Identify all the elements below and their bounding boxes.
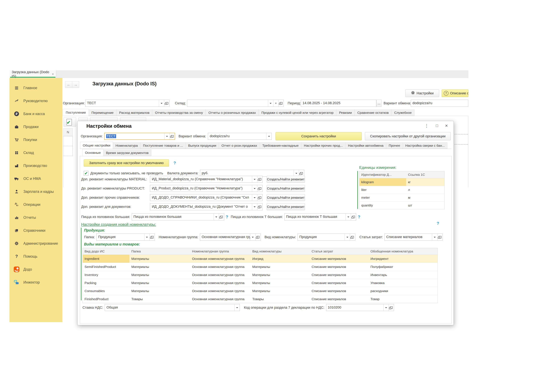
dropdown-icon[interactable]	[250, 234, 255, 240]
operation-code-field[interactable]: 1010200	[326, 304, 394, 311]
dialog-exchange-variant-field[interactable]: dodopizza/ru	[208, 133, 272, 140]
nomenclature-type-field[interactable]: Продукция	[298, 234, 355, 241]
dialog-tab-1[interactable]: Номенклатура	[113, 142, 140, 149]
material-row[interactable]: FinishedProductТоварыОсновная номенклату…	[83, 295, 437, 303]
dropdown-icon[interactable]	[144, 234, 149, 240]
document-tab-5[interactable]: Продажи с нулевой ценой или через агрега…	[259, 110, 336, 116]
forward-button[interactable]: →	[72, 81, 79, 88]
sidebar-item-manager[interactable]: Руководителю	[9, 94, 62, 107]
open-icon[interactable]	[169, 133, 175, 140]
period-picker-button[interactable]: ...	[376, 100, 381, 107]
dropdown-icon[interactable]	[159, 100, 164, 106]
vat-rate-value[interactable]: Общая	[105, 304, 235, 311]
create-find-attribute-button[interactable]: Создать/Найти реквизит	[267, 185, 305, 192]
dialog-exchange-variant-value[interactable]: dodopizza/ru	[208, 133, 266, 140]
material-row[interactable]: InventoryМатериалыОсновная номенклатурна…	[83, 271, 437, 279]
pizza-half-field[interactable]: Пицца из половинок большая	[132, 213, 224, 220]
attribute-field[interactable]: ИД_ДОДО_ДОКУМЕНТЫ_dodopizza_ru (Документ…	[150, 203, 263, 210]
material-row[interactable]: ConsumablesМатериалыОсновная номенклатур…	[83, 287, 437, 295]
sidebar-item-payroll-hr[interactable]: Зарплата и кадры	[9, 185, 62, 198]
help-link[interactable]: ?	[173, 161, 176, 166]
write-only-checkbox[interactable]: ✔	[84, 171, 89, 176]
open-icon[interactable]	[351, 214, 356, 220]
attribute-value[interactable]: ИД_ДОДО_ДОКУМЕНТЫ_dodopizza_ru (Документ…	[150, 203, 252, 210]
tab-close-icon[interactable]: ×	[52, 72, 54, 76]
dropdown-icon[interactable]	[432, 234, 437, 240]
clear-icon[interactable]: ×	[273, 100, 278, 106]
open-icon[interactable]	[437, 234, 443, 240]
dropdown-icon[interactable]	[252, 203, 257, 210]
open-icon[interactable]	[255, 234, 261, 240]
organization-value[interactable]: ТЕСТ	[85, 100, 159, 106]
fill-defaults-button[interactable]: Заполнить сразу все настройки по умолчан…	[84, 159, 169, 167]
material-row[interactable]: SemiFinishedProductМатериалыОсновная ном…	[83, 263, 437, 271]
document-tab-2[interactable]: Расход материалов	[117, 110, 152, 116]
open-icon[interactable]	[257, 176, 262, 182]
new-nomenclature-heading[interactable]: Настройки создания новой номенклатуры:	[81, 222, 156, 227]
period-field[interactable]: 14.08.2025 - 14.08.2025	[301, 100, 376, 107]
open-icon[interactable]	[149, 234, 155, 240]
create-find-attribute-button[interactable]: Создать/Найти реквизит	[267, 194, 305, 201]
dropdown-icon[interactable]	[346, 214, 351, 220]
warehouse-value[interactable]	[187, 100, 268, 106]
folder-field[interactable]: Продукция	[96, 234, 155, 241]
dialog-tab-5[interactable]: Требования-накладные	[260, 142, 301, 149]
organization-field[interactable]: ТЕСТ	[85, 100, 169, 107]
dialog-organization-value[interactable]: ТЕСТ	[106, 134, 116, 138]
post-document-button[interactable]: ✔	[63, 118, 76, 127]
attribute-field[interactable]: ИД_Material_dodopizza_ru (Справочник "Но…	[150, 176, 263, 183]
pizza-half-t-field[interactable]: Пицца из половинок Т большая	[284, 213, 356, 220]
dialog-tab-3[interactable]: Выпуск продукции	[186, 142, 219, 149]
description-button[interactable]: ? Описание об	[442, 90, 468, 97]
document-tab-7[interactable]: Сравнение остатков	[355, 110, 391, 116]
create-find-attribute-button[interactable]: Создать/Найти реквизит	[267, 203, 305, 210]
nomenclature-group-value[interactable]: Основная номенклатурная груп	[200, 234, 250, 240]
dialog-subtab-0[interactable]: Основные	[82, 149, 104, 156]
sidebar-item-production[interactable]: Производство	[9, 159, 62, 172]
unit-row[interactable]: meterм	[359, 194, 444, 202]
open-icon[interactable]	[257, 194, 262, 201]
sidebar-item-fixed-assets[interactable]: ОС и НМА	[9, 172, 62, 185]
dropdown-icon[interactable]	[383, 304, 389, 311]
attribute-value[interactable]: ИД_Material_dodopizza_ru (Справочник "Но…	[150, 176, 252, 182]
help-link[interactable]: ?	[358, 215, 360, 219]
period-value[interactable]: 14.08.2025 - 14.08.2025	[301, 100, 376, 106]
app-tab[interactable]: Загрузка данных (Dodo IS) ×	[9, 70, 56, 78]
dialog-menu-icon[interactable]: ⋮	[424, 123, 429, 128]
dropdown-icon[interactable]	[294, 170, 299, 176]
warehouse-field[interactable]: ×	[187, 100, 284, 107]
currency-value[interactable]: руб.	[200, 170, 294, 176]
dialog-tab-2[interactable]: Поступление товаров и ...	[140, 142, 186, 149]
dialog-maximize-icon[interactable]: □	[436, 123, 438, 128]
unit-row[interactable]: kilogramкг	[359, 178, 444, 186]
vat-rate-field[interactable]: Общая	[105, 304, 240, 311]
dropdown-icon[interactable]	[252, 176, 257, 182]
open-icon[interactable]	[257, 185, 262, 192]
sidebar-item-help[interactable]: ?Помощь	[9, 250, 62, 263]
open-icon[interactable]	[350, 234, 355, 240]
dropdown-icon[interactable]	[235, 304, 240, 311]
exchange-variant-field[interactable]: dodopizza/ru	[411, 100, 468, 107]
material-row[interactable]: IngredientМатериалыОсновная номенклатурн…	[83, 255, 437, 263]
help-link[interactable]: ?	[226, 215, 228, 219]
dialog-tab-0[interactable]: Общие настройки	[80, 142, 113, 149]
pizza-half-value[interactable]: Пицца из половинок большая	[132, 214, 214, 220]
document-tab-0[interactable]: Поступление	[63, 109, 89, 116]
dialog-tab-7[interactable]: Настройки автообмена	[346, 142, 386, 149]
unit-row[interactable]: literл	[359, 186, 444, 194]
nomenclature-type-value[interactable]: Продукция	[298, 234, 345, 240]
dropdown-icon[interactable]	[268, 100, 273, 106]
pizza-half-t-value[interactable]: Пицца из половинок Т большая	[284, 214, 346, 220]
settings-button[interactable]: Настройки	[405, 90, 439, 97]
document-tab-3[interactable]: Отчеты производства за смену	[152, 110, 206, 116]
sidebar-item-warehouse[interactable]: Склад	[9, 146, 62, 159]
sidebar-item-dodo[interactable]: Додо	[9, 263, 62, 276]
operation-code-value[interactable]: 1010200	[326, 304, 383, 311]
help-link[interactable]: ?	[437, 221, 439, 226]
dialog-tab-9[interactable]: Настройка сверки с бан...	[403, 142, 447, 149]
exchange-variant-value[interactable]: dodopizza/ru	[411, 100, 468, 106]
sidebar-item-bank-cash[interactable]: ₽Банк и касса	[9, 107, 62, 120]
sidebar-item-catalogs[interactable]: Справочники	[9, 224, 62, 237]
open-icon[interactable]	[257, 203, 262, 210]
sidebar-item-reports[interactable]: Отчеты	[9, 211, 62, 224]
